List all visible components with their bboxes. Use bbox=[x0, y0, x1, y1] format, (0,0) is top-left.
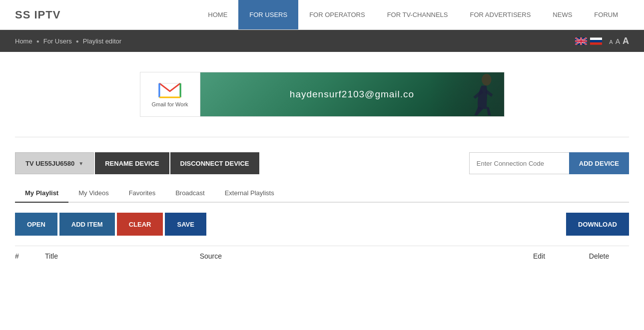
rename-device-button[interactable]: RENAME DEVICE bbox=[95, 152, 169, 174]
breadcrumb-playlist-editor[interactable]: Playlist editor bbox=[83, 37, 121, 45]
table-header: # Title Source Edit Delete bbox=[15, 246, 629, 266]
action-buttons: OPEN ADD ITEM CLEAR SAVE DOWNLOAD bbox=[15, 213, 629, 236]
nav-forum[interactable]: FORUM bbox=[583, 0, 629, 29]
breadcrumb-sep-2: ● bbox=[76, 38, 79, 44]
svg-rect-2 bbox=[590, 40, 602, 42]
lang-controls: A A A bbox=[575, 36, 629, 46]
breadcrumb-sep-1: ● bbox=[36, 38, 39, 44]
col-header-num: # bbox=[15, 252, 45, 260]
nav-news[interactable]: NEWS bbox=[542, 0, 583, 29]
nav-for-advertisers[interactable]: FOR ADVERTISERS bbox=[459, 0, 542, 29]
disconnect-device-button[interactable]: DISCONNECT DEVICE bbox=[170, 152, 259, 174]
col-header-source: Source bbox=[200, 252, 509, 260]
add-item-button[interactable]: ADD ITEM bbox=[59, 213, 115, 236]
tab-broadcast[interactable]: Broadcast bbox=[165, 184, 215, 203]
connection-area: ADD DEVICE bbox=[469, 152, 629, 174]
font-size-small[interactable]: A bbox=[609, 39, 613, 45]
font-size-controls: A A A bbox=[609, 36, 629, 46]
nav-home[interactable]: HOME bbox=[197, 0, 238, 29]
tab-favorites[interactable]: Favorites bbox=[119, 184, 165, 203]
flag-ru-icon[interactable] bbox=[590, 37, 602, 45]
connection-code-input[interactable] bbox=[469, 152, 569, 174]
svg-rect-1 bbox=[590, 37, 602, 40]
ad-person-graphic bbox=[429, 72, 504, 116]
gmail-icon bbox=[158, 81, 181, 99]
flag-uk-icon[interactable] bbox=[575, 37, 587, 45]
tab-my-playlist[interactable]: My Playlist bbox=[15, 184, 68, 203]
breadcrumb-bar: Home ● For Users ● Playlist editor A bbox=[0, 30, 644, 52]
clear-button[interactable]: CLEAR bbox=[117, 213, 163, 236]
device-controls: TV UE55JU6580 ▼ RENAME DEVICE DISCONNECT… bbox=[15, 152, 629, 174]
ad-banner[interactable]: Gmail for Work haydensurf2103@gmail.co bbox=[140, 72, 505, 117]
playlist-tabs: My Playlist My Videos Favorites Broadcas… bbox=[15, 184, 629, 203]
download-button[interactable]: DOWNLOAD bbox=[566, 213, 629, 236]
nav-for-tv-channels[interactable]: FOR TV-CHANNELS bbox=[376, 0, 459, 29]
ad-right: haydensurf2103@gmail.co bbox=[200, 72, 504, 116]
main-content: TV UE55JU6580 ▼ RENAME DEVICE DISCONNECT… bbox=[0, 142, 644, 276]
col-header-edit: Edit bbox=[509, 252, 569, 260]
ad-email: haydensurf2103@gmail.co bbox=[290, 89, 414, 100]
ad-left: Gmail for Work bbox=[140, 72, 200, 116]
nav-for-users[interactable]: FOR USERS bbox=[238, 0, 298, 29]
ad-banner-wrapper: Gmail for Work haydensurf2103@gmail.co bbox=[0, 62, 644, 127]
device-dropdown-button[interactable]: TV UE55JU6580 ▼ bbox=[15, 152, 94, 174]
save-button[interactable]: SAVE bbox=[165, 213, 206, 236]
chevron-down-icon: ▼ bbox=[78, 161, 83, 166]
font-size-large[interactable]: A bbox=[623, 36, 629, 46]
logo: SS IPTV bbox=[15, 8, 60, 21]
svg-point-6 bbox=[482, 74, 492, 85]
breadcrumb-home[interactable]: Home bbox=[15, 37, 32, 45]
ad-service-label: Gmail for Work bbox=[151, 101, 188, 107]
open-button[interactable]: OPEN bbox=[15, 213, 57, 236]
breadcrumb-for-users[interactable]: For Users bbox=[43, 37, 72, 45]
col-header-delete: Delete bbox=[569, 252, 629, 260]
surfer-silhouette bbox=[460, 72, 499, 116]
svg-rect-3 bbox=[590, 42, 602, 44]
font-size-medium[interactable]: A bbox=[616, 37, 620, 45]
col-header-title: Title bbox=[45, 252, 200, 260]
device-name: TV UE55JU6580 bbox=[25, 160, 74, 167]
breadcrumb: Home ● For Users ● Playlist editor bbox=[15, 37, 121, 45]
add-device-button[interactable]: ADD DEVICE bbox=[569, 152, 629, 174]
tab-external-playlists[interactable]: External Playlists bbox=[215, 184, 284, 203]
top-nav: SS IPTV HOME FOR USERS FOR OPERATORS FOR… bbox=[0, 0, 644, 30]
nav-items: HOME FOR USERS FOR OPERATORS FOR TV-CHAN… bbox=[197, 0, 629, 29]
nav-for-operators[interactable]: FOR OPERATORS bbox=[298, 0, 376, 29]
tab-my-videos[interactable]: My Videos bbox=[68, 184, 118, 203]
